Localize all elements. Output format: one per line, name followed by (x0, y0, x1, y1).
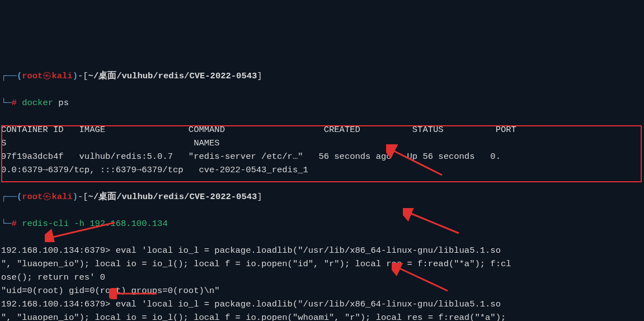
command-line-1: └─# docker ps (1, 96, 643, 110)
command-line-2: └─# redis-cli -h 192.168.100.134 (1, 217, 643, 230)
redis-eval-id: 192.168.100.134:6379> eval 'local io_l =… (1, 246, 511, 282)
docker-ps-header: CONTAINER ID IMAGE COMMAND CREATED STATU… (1, 125, 516, 148)
terminal-output[interactable]: ┌──(root㉿kali)-[~/桌面/vulhub/redis/CVE-20… (0, 54, 644, 321)
prompt-line-1: ┌──(root㉿kali)-[~/桌面/vulhub/redis/CVE-20… (1, 69, 643, 83)
redis-eval-whoami: 192.168.100.134:6379> eval 'local io_l =… (1, 299, 511, 321)
prompt-line-2: ┌──(root㉿kali)-[~/桌面/vulhub/redis/CVE-20… (1, 190, 643, 204)
user: root (22, 71, 43, 81)
id-result: "uid=0(root) gid=0(root) groups=0(root)\… (1, 286, 220, 296)
cmd-docker: docker (22, 98, 53, 108)
skull-icon: ㉿ (43, 71, 51, 81)
skull-icon: ㉿ (43, 192, 51, 202)
host: kali (51, 71, 72, 81)
docker-ps-row: 97f19a3dcb4f vulhub/redis:5.0.7 "redis-s… (1, 152, 501, 175)
cwd-path: ~/桌面/vulhub/redis/CVE-2022-0543 (88, 71, 257, 81)
